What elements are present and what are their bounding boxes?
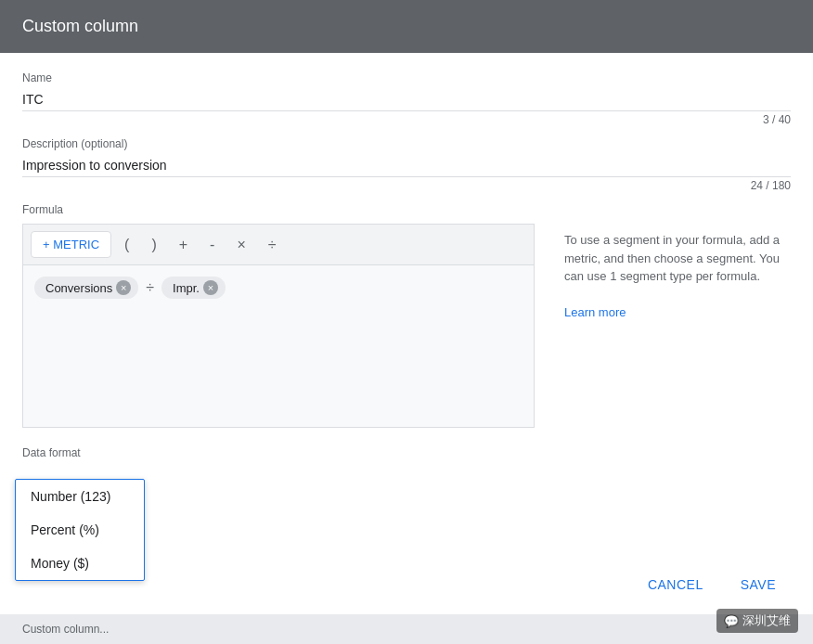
- conversions-chip: Conversions ×: [34, 277, 138, 299]
- custom-column-dialog: Custom column Name 3 / 40 Description (o…: [0, 0, 813, 644]
- data-format-dropdown-menu: Number (123) Percent (%) Money ($): [15, 479, 145, 581]
- bottom-bar-text: Custom column...: [22, 623, 109, 636]
- watermark: 💬 深圳艾维: [716, 609, 798, 633]
- dropdown-item-money[interactable]: Money ($): [16, 547, 144, 580]
- dialog-body: Name 3 / 40 Description (optional) 24 / …: [0, 53, 813, 555]
- name-input[interactable]: [22, 88, 791, 111]
- description-label: Description (optional): [22, 137, 791, 150]
- formula-hint-text: To use a segment in your formula, add a …: [564, 231, 791, 286]
- formula-content: Conversions × ÷ Impr. ×: [23, 265, 534, 310]
- dialog-header: Custom column: [0, 0, 813, 53]
- description-field-group: Description (optional) 24 / 180: [22, 137, 791, 192]
- formula-label: Formula: [22, 203, 791, 216]
- save-button[interactable]: SAVE: [726, 570, 791, 599]
- watermark-icon: 💬: [724, 614, 739, 628]
- dialog-title: Custom column: [22, 17, 138, 35]
- conversions-chip-close[interactable]: ×: [116, 280, 131, 295]
- name-label: Name: [22, 71, 791, 84]
- formula-hint: To use a segment in your formula, add a …: [549, 224, 791, 428]
- formula-toolbar: + METRIC ( ) + - × ÷: [23, 225, 534, 265]
- add-metric-button[interactable]: + METRIC: [31, 231, 111, 258]
- formula-box: + METRIC ( ) + - × ÷ Conversions ×: [22, 224, 535, 428]
- formula-section: Formula + METRIC ( ) + - × ÷: [22, 203, 791, 428]
- divide-button[interactable]: ÷: [259, 231, 286, 259]
- dropdown-item-percent[interactable]: Percent (%): [16, 513, 144, 547]
- description-input[interactable]: [22, 154, 791, 177]
- data-format-label: Data format: [22, 446, 791, 459]
- learn-more-link[interactable]: Learn more: [564, 305, 626, 319]
- bottom-bar: Custom column...: [0, 614, 813, 644]
- name-char-count: 3 / 40: [22, 113, 791, 126]
- formula-container: + METRIC ( ) + - × ÷ Conversions ×: [22, 224, 791, 428]
- impr-chip-label: Impr.: [173, 281, 200, 295]
- watermark-text: 深圳艾维: [742, 612, 791, 629]
- multiply-button[interactable]: ×: [227, 231, 254, 259]
- paren-open-button[interactable]: (: [115, 231, 138, 259]
- dropdown-item-number[interactable]: Number (123): [16, 480, 144, 513]
- minus-button[interactable]: -: [200, 231, 224, 259]
- paren-close-button[interactable]: ): [142, 231, 165, 259]
- name-field-group: Name 3 / 40: [22, 71, 791, 126]
- data-format-section: Data format Number (123) Percent (%) Mon…: [22, 446, 791, 482]
- plus-button[interactable]: +: [170, 231, 197, 259]
- divide-symbol: ÷: [146, 279, 154, 296]
- impr-chip: Impr. ×: [161, 277, 226, 299]
- conversions-chip-label: Conversions: [45, 281, 112, 295]
- description-char-count: 24 / 180: [22, 179, 791, 192]
- cancel-button[interactable]: CANCEL: [633, 570, 718, 599]
- impr-chip-close[interactable]: ×: [203, 280, 218, 295]
